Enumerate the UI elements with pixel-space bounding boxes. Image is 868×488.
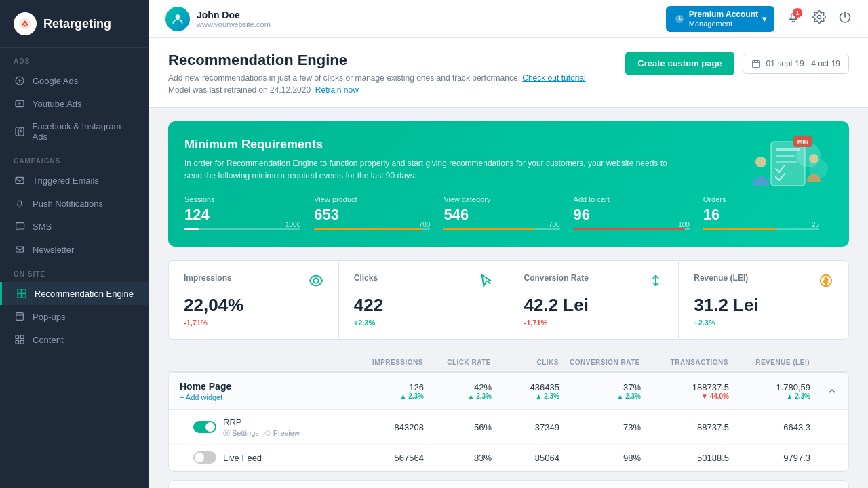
sidebar-item-newsletter[interactable]: Newsletter (0, 238, 149, 261)
stat-label: Conversion Rate (524, 273, 589, 283)
livefeed-widget-row: Live Feed 567564 83% 85064 98% 50188.5 9… (169, 445, 848, 471)
home-clicks: 436435 ▲ 2.3% (492, 382, 559, 400)
stat-change: +2.3% (694, 319, 833, 327)
progress-fill (184, 228, 199, 230)
stat-value: 31.2 Lei (694, 295, 833, 316)
stat-revenue: Revenue (LEI) 31.2 Lei +2.3% (678, 260, 849, 340)
notifications-button[interactable]: 1 (787, 10, 800, 27)
metric-label: View category (443, 195, 573, 203)
home-page-row: Home Page + Add widget 126 ▲ 2.3% 42% ▲ … (169, 373, 848, 410)
home-click-rate: 42% ▲ 2.3% (424, 382, 492, 400)
retrain-link[interactable]: Retrain now (315, 85, 359, 95)
progress-fill (314, 228, 422, 230)
page-header-left: Recommendation Engine Add new recommenda… (168, 52, 586, 96)
rrp-label: RRP (223, 417, 300, 427)
stat-conversion-rate: Conversion Rate 42.2 Lei -1,71% (509, 260, 679, 340)
avatar (165, 7, 190, 31)
topbar-right: Premium AccountManagement ▾ 1 (666, 6, 852, 32)
premium-dropdown-icon: ▾ (762, 14, 766, 24)
stat-header: Revenue (LEI) (694, 273, 833, 292)
progress-bar: 700 (314, 228, 430, 230)
create-custom-page-button[interactable]: Create custom page (625, 52, 734, 75)
stat-change: -1,71% (184, 319, 323, 327)
th-click-rate: CLICK RATE (423, 359, 491, 366)
sidebar-logo: Retargeting (0, 0, 149, 48)
stat-header: Clicks (354, 273, 494, 292)
page-title: Recommendation Engine (168, 52, 586, 69)
svg-text:MIN: MIN (797, 138, 809, 145)
user-info: John Doe www.yourwebsite.com (165, 7, 655, 31)
impressions-icon (309, 273, 323, 292)
metric-label: Sessions (184, 195, 314, 203)
push-icon (14, 198, 26, 209)
settings-action[interactable]: Settings (223, 429, 259, 437)
user-name: John Doe (197, 9, 271, 20)
progress-bar: 100 (574, 228, 690, 230)
svg-point-1 (24, 25, 26, 27)
sidebar-item-triggered-emails[interactable]: Triggered Emails (0, 169, 149, 192)
settings-button[interactable] (812, 10, 826, 27)
rrp-widget-name: RRP Settings Preview (180, 417, 356, 437)
livefeed-label: Live Feed (223, 453, 262, 463)
svg-rect-20 (776, 161, 797, 163)
stat-clicks: Clicks 422 +2.3% (338, 260, 509, 340)
page-section-category: Category Page 126 ▲ 2.3% 42% ▲ 2.3% 4364… (168, 480, 849, 488)
sidebar-item-sms[interactable]: SMS (0, 215, 149, 238)
widget-actions: Settings Preview (223, 429, 300, 437)
sidebar-item-label: SMS (33, 222, 52, 232)
th-clicks: CLIKS (491, 359, 559, 366)
livefeed-widget-name: Live Feed (180, 451, 356, 464)
svg-point-0 (20, 18, 31, 30)
stat-value: 422 (354, 295, 494, 316)
page-header-right: Create custom page 01 sept 19 - 4 oct 19 (625, 52, 849, 75)
date-range-text: 01 sept 19 - 4 oct 19 (766, 59, 840, 68)
metric-view-category: View category 546 700 (443, 195, 573, 230)
progress-fill (574, 228, 685, 230)
youtube-ads-icon (14, 98, 26, 109)
banner-illustration: MIN (741, 128, 835, 205)
check-tutorial-link[interactable]: Check out tutorial (522, 73, 585, 83)
sidebar-item-recommendation-engine[interactable]: Recommendation Engine (0, 282, 149, 305)
th-impressions: IMPRESSIONS (355, 359, 423, 366)
th-actions (810, 359, 837, 366)
home-page-name: Home Page + Add widget (180, 381, 356, 401)
metric-view-product: View product 653 700 (314, 195, 443, 230)
premium-badge[interactable]: Premium AccountManagement ▾ (666, 6, 774, 32)
sidebar-item-popups[interactable]: Pop-ups (0, 305, 149, 328)
stat-label: Clicks (354, 273, 378, 283)
sidebar: Retargeting ADS Google Ads Youtube Ads F… (0, 0, 149, 488)
facebook-ads-icon (14, 126, 26, 137)
stat-header: Impressions (184, 273, 323, 292)
sidebar-item-google-ads[interactable]: Google Ads (0, 69, 149, 92)
sidebar-item-label: Youtube Ads (33, 99, 82, 109)
page-header: Recommendation Engine Add new recommenda… (149, 38, 868, 108)
preview-action[interactable]: Preview (264, 429, 300, 437)
category-page-row: Category Page 126 ▲ 2.3% 42% ▲ 2.3% 4364… (169, 481, 848, 488)
home-expand-button[interactable] (810, 386, 837, 396)
sidebar-item-label: Google Ads (33, 76, 78, 86)
svg-rect-7 (16, 336, 19, 339)
user-url: www.yourwebsite.com (197, 20, 271, 28)
ads-section-label: ADS (0, 48, 149, 69)
power-button[interactable] (838, 10, 852, 27)
min-req-description: In order for Recommendation Engine to fu… (184, 157, 671, 182)
sidebar-item-content[interactable]: Content (0, 328, 149, 351)
rrp-toggle[interactable] (193, 421, 216, 433)
add-widget-button[interactable]: + Add widget (180, 393, 356, 401)
triggered-emails-icon (14, 175, 26, 186)
min-req-metrics: Sessions 124 1000 View product 653 (184, 195, 833, 230)
user-details: John Doe www.yourwebsite.com (197, 9, 271, 28)
sidebar-item-push-notifications[interactable]: Push Notifications (0, 192, 149, 215)
sidebar-item-youtube-ads[interactable]: Youtube Ads (0, 92, 149, 115)
sidebar-item-facebook-ads[interactable]: Facebook & Instagram Ads (0, 115, 149, 148)
premium-label: Premium AccountManagement (689, 9, 758, 28)
stat-value: 42.2 Lei (524, 295, 664, 316)
sidebar-item-label: Content (33, 335, 64, 345)
livefeed-toggle[interactable] (193, 451, 216, 464)
th-conv-rate: CONVERSION RATE (559, 359, 640, 366)
stat-header: Conversion Rate (524, 273, 664, 292)
stat-label: Impressions (184, 273, 232, 283)
date-range-picker[interactable]: 01 sept 19 - 4 oct 19 (743, 54, 849, 74)
notification-badge: 1 (793, 8, 802, 18)
home-transactions: 188737.5 ▼ 44.0% (641, 382, 729, 400)
